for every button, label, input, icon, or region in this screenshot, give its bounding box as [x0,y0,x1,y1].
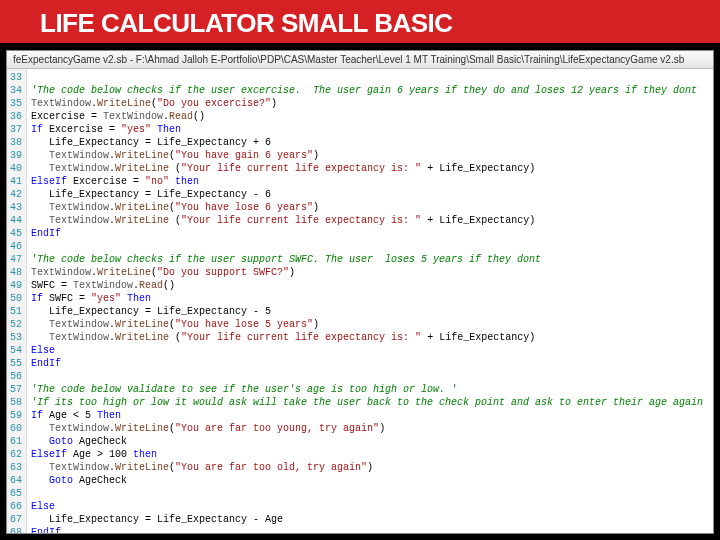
code-line[interactable]: TextWindow.WriteLine("Do you excercise?"… [31,97,709,110]
code-area[interactable]: 3334353637383940414243444546474849505152… [7,69,713,533]
code-line[interactable]: Life_Expectancy = Life_Expectancy + 6 [31,136,709,149]
line-number: 52 [9,318,22,331]
code-line[interactable]: ElseIf Age > 100 then [31,448,709,461]
line-number: 48 [9,266,22,279]
line-number: 54 [9,344,22,357]
line-number: 38 [9,136,22,149]
code-line[interactable]: If Age < 5 Then [31,409,709,422]
line-number: 40 [9,162,22,175]
line-number: 59 [9,409,22,422]
code-line[interactable]: SWFC = TextWindow.Read() [31,279,709,292]
line-number-gutter: 3334353637383940414243444546474849505152… [7,69,27,533]
code-line[interactable]: 'The code below checks if the user excer… [31,84,709,97]
code-line[interactable]: EndIf [31,227,709,240]
page-title: LIFE CALCULATOR SMALL BASIC [0,0,720,43]
code-line[interactable]: EndIf [31,357,709,370]
code-line[interactable]: If Excercise = "yes" Then [31,123,709,136]
line-number: 33 [9,71,22,84]
line-number: 50 [9,292,22,305]
code-line[interactable]: 'The code below checks if the user suppo… [31,253,709,266]
line-number: 46 [9,240,22,253]
editor-window: feExpectancyGame v2.sb - F:\Ahmad Jalloh… [6,50,714,534]
line-number: 68 [9,526,22,533]
line-number: 37 [9,123,22,136]
code-line[interactable]: If SWFC = "yes" Then [31,292,709,305]
code-line[interactable] [31,487,709,500]
code-line[interactable]: TextWindow.WriteLine ("Your life current… [31,162,709,175]
line-number: 53 [9,331,22,344]
code-line[interactable]: Life_Expectancy = Life_Expectancy - 5 [31,305,709,318]
line-number: 55 [9,357,22,370]
code-line[interactable] [31,370,709,383]
code-line[interactable] [31,71,709,84]
line-number: 65 [9,487,22,500]
line-number: 41 [9,175,22,188]
code-line[interactable]: Excercise = TextWindow.Read() [31,110,709,123]
line-number: 67 [9,513,22,526]
slide: LIFE CALCULATOR SMALL BASIC feExpectancy… [0,0,720,540]
line-number: 64 [9,474,22,487]
line-number: 45 [9,227,22,240]
line-number: 66 [9,500,22,513]
code-line[interactable]: EndIf [31,526,709,533]
code-line[interactable]: Life_Expectancy = Life_Expectancy - 6 [31,188,709,201]
window-title: feExpectancyGame v2.sb - F:\Ahmad Jalloh… [7,51,713,69]
line-number: 62 [9,448,22,461]
code-line[interactable]: TextWindow.WriteLine("You are far too ol… [31,461,709,474]
line-number: 60 [9,422,22,435]
line-number: 42 [9,188,22,201]
line-number: 61 [9,435,22,448]
code-line[interactable]: 'If its too high or low it would ask wil… [31,396,709,409]
code-line[interactable]: TextWindow.WriteLine ("Your life current… [31,214,709,227]
code-line[interactable]: ElseIf Excercise = "no" then [31,175,709,188]
code-line[interactable]: TextWindow.WriteLine("You have gain 6 ye… [31,149,709,162]
code-line[interactable]: TextWindow.WriteLine ("Your life current… [31,331,709,344]
code-line[interactable] [31,240,709,253]
line-number: 44 [9,214,22,227]
line-number: 43 [9,201,22,214]
code-line[interactable]: 'The code below validate to see if the u… [31,383,709,396]
line-number: 47 [9,253,22,266]
code-line[interactable]: Goto AgeCheck [31,474,709,487]
code-line[interactable]: TextWindow.WriteLine("You have lose 5 ye… [31,318,709,331]
code-body[interactable]: 'The code below checks if the user excer… [27,69,713,533]
line-number: 36 [9,110,22,123]
line-number: 63 [9,461,22,474]
code-line[interactable]: TextWindow.WriteLine("You are far too yo… [31,422,709,435]
line-number: 49 [9,279,22,292]
code-line[interactable]: TextWindow.WriteLine("Do you support SWF… [31,266,709,279]
line-number: 34 [9,84,22,97]
code-line[interactable]: Life_Expectancy = Life_Expectancy - Age [31,513,709,526]
line-number: 56 [9,370,22,383]
line-number: 58 [9,396,22,409]
code-line[interactable]: Goto AgeCheck [31,435,709,448]
code-line[interactable]: TextWindow.WriteLine("You have lose 6 ye… [31,201,709,214]
line-number: 35 [9,97,22,110]
code-line[interactable]: Else [31,344,709,357]
code-line[interactable]: Else [31,500,709,513]
line-number: 51 [9,305,22,318]
line-number: 57 [9,383,22,396]
line-number: 39 [9,149,22,162]
